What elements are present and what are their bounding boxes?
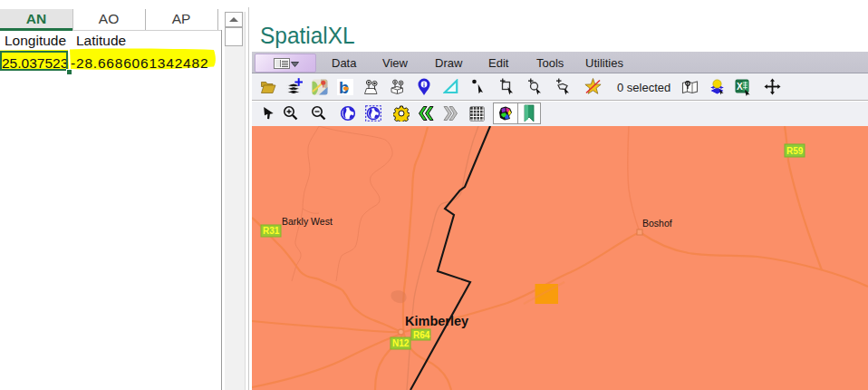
svg-text:R59: R59 bbox=[786, 146, 804, 156]
svg-text:R31: R31 bbox=[263, 226, 280, 236]
svg-text:N12: N12 bbox=[392, 338, 410, 348]
svg-text:Kimberley: Kimberley bbox=[405, 314, 468, 328]
svg-text:R64: R64 bbox=[413, 330, 430, 340]
svg-text:Barkly West: Barkly West bbox=[282, 216, 333, 227]
svg-text:X: X bbox=[737, 82, 743, 92]
svg-text:Boshof: Boshof bbox=[642, 218, 672, 229]
